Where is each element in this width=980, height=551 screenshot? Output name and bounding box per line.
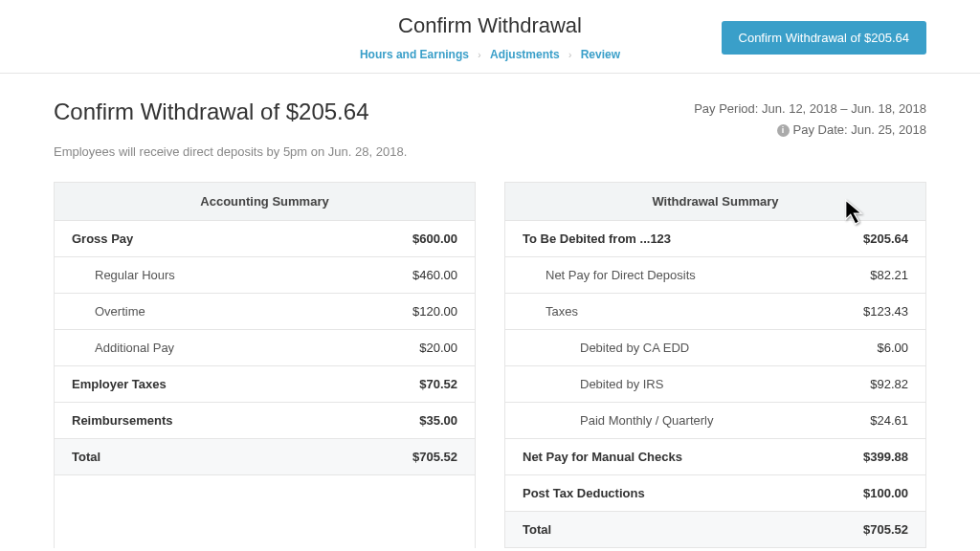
row-value: $24.61 bbox=[870, 413, 908, 428]
withdrawal-summary-table: Withdrawal Summary To Be Debited from ..… bbox=[504, 182, 926, 548]
row-label: Overtime bbox=[72, 304, 145, 319]
breadcrumb-step-adjustments[interactable]: Adjustments bbox=[490, 48, 560, 61]
accounting-summary-heading: Accounting Summary bbox=[55, 183, 475, 221]
row-label: Additional Pay bbox=[72, 341, 174, 355]
row-value: $120.00 bbox=[412, 304, 457, 319]
confirm-withdrawal-button[interactable]: Confirm Withdrawal of $205.64 bbox=[722, 21, 926, 55]
row-label: Employer Taxes bbox=[72, 377, 167, 391]
row-label: Net Pay for Manual Checks bbox=[523, 450, 682, 464]
row-value: $123.43 bbox=[863, 304, 908, 319]
row-label: Taxes bbox=[523, 304, 578, 319]
page-header: Confirm Withdrawal Hours and Earnings › … bbox=[0, 0, 980, 74]
row-value: $92.82 bbox=[870, 377, 908, 391]
pay-date-text: Pay Date: Jun. 25, 2018 bbox=[793, 122, 926, 137]
row-label: Total bbox=[72, 450, 100, 464]
row-value: $600.00 bbox=[412, 231, 457, 246]
chevron-right-icon: › bbox=[568, 50, 571, 60]
table-row: Debited by IRS $92.82 bbox=[505, 366, 925, 403]
accounting-summary-table: Accounting Summary Gross Pay $600.00 Reg… bbox=[54, 182, 476, 548]
row-label: Debited by CA EDD bbox=[523, 341, 689, 355]
info-icon: i bbox=[777, 124, 790, 137]
row-label: Paid Monthly / Quarterly bbox=[523, 413, 713, 428]
withdrawal-summary-heading: Withdrawal Summary bbox=[505, 183, 925, 221]
table-row: Net Pay for Manual Checks $399.88 bbox=[505, 439, 925, 475]
table-row-total: Total $705.52 bbox=[505, 512, 925, 548]
row-value: $70.52 bbox=[419, 377, 457, 391]
row-label: Regular Hours bbox=[72, 268, 175, 282]
row-value: $399.88 bbox=[863, 450, 908, 464]
table-row: Overtime $120.00 bbox=[55, 294, 475, 330]
row-value: $35.00 bbox=[419, 413, 457, 428]
row-label: Total bbox=[523, 522, 551, 537]
table-row: Employer Taxes $70.52 bbox=[55, 366, 475, 403]
row-value: $100.00 bbox=[863, 486, 908, 500]
row-value: $205.64 bbox=[863, 231, 908, 246]
table-row: Gross Pay $600.00 bbox=[55, 221, 475, 257]
pay-period-info: Pay Period: Jun. 12, 2018 – Jun. 18, 201… bbox=[694, 99, 926, 141]
table-row: Additional Pay $20.00 bbox=[55, 330, 475, 366]
row-value: $20.00 bbox=[419, 341, 457, 355]
row-label: Gross Pay bbox=[72, 231, 133, 246]
row-label: Net Pay for Direct Deposits bbox=[523, 268, 696, 282]
table-row: Net Pay for Direct Deposits $82.21 bbox=[505, 257, 925, 294]
row-label: To Be Debited from ...123 bbox=[523, 231, 671, 246]
chevron-right-icon: › bbox=[478, 50, 480, 60]
table-row: Reimbursements $35.00 bbox=[55, 403, 475, 439]
table-row: Taxes $123.43 bbox=[505, 294, 925, 330]
table-row: Post Tax Deductions $100.00 bbox=[505, 475, 925, 512]
page-title: Confirm Withdrawal of $205.64 bbox=[54, 99, 368, 125]
breadcrumb-step-hours[interactable]: Hours and Earnings bbox=[360, 48, 469, 61]
row-value: $6.00 bbox=[877, 341, 908, 355]
main-content: Confirm Withdrawal of $205.64 Pay Period… bbox=[0, 74, 980, 548]
pay-period-text: Pay Period: Jun. 12, 2018 – Jun. 18, 201… bbox=[694, 99, 926, 120]
breadcrumb-step-review[interactable]: Review bbox=[581, 48, 620, 61]
table-row: Debited by CA EDD $6.00 bbox=[505, 330, 925, 366]
page-subtext: Employees will receive direct deposits b… bbox=[54, 144, 926, 159]
row-value: $82.21 bbox=[870, 268, 908, 282]
row-value: $705.52 bbox=[863, 522, 908, 537]
row-value: $460.00 bbox=[412, 268, 457, 282]
row-label: Reimbursements bbox=[72, 413, 172, 428]
row-label: Post Tax Deductions bbox=[523, 486, 645, 500]
table-row-total: Total $705.52 bbox=[55, 439, 475, 475]
table-row: To Be Debited from ...123 $205.64 bbox=[505, 221, 925, 257]
row-value: $705.52 bbox=[412, 450, 457, 464]
row-label: Debited by IRS bbox=[523, 377, 663, 391]
table-row: Paid Monthly / Quarterly $24.61 bbox=[505, 403, 925, 439]
table-row: Regular Hours $460.00 bbox=[55, 257, 475, 294]
